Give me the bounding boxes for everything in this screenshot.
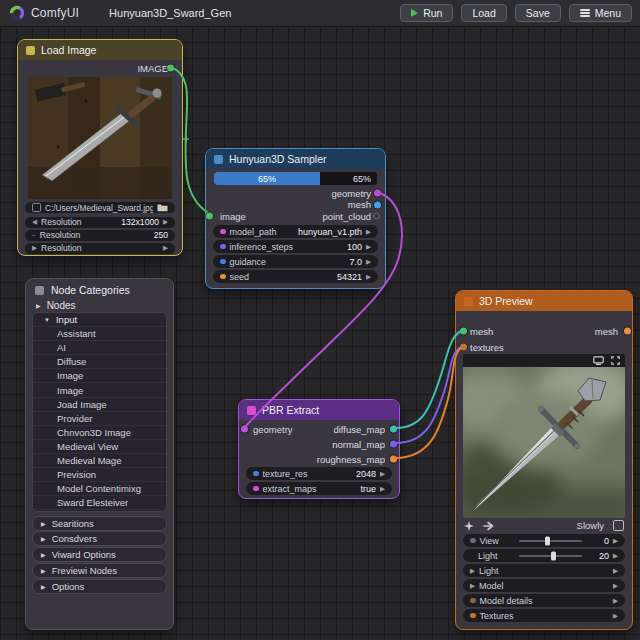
view-slider-widget[interactable]: View 0 ▶	[463, 534, 625, 547]
save-button[interactable]: Save	[515, 4, 561, 22]
fullscreen-icon[interactable]	[611, 356, 620, 365]
port-point-cloud-output[interactable]	[373, 213, 380, 220]
category-item[interactable]: Medieval View	[33, 440, 166, 454]
viewport-controls: Slowly	[464, 519, 624, 532]
category-collapsed[interactable]: ▶Viward Options	[32, 547, 167, 562]
run-button[interactable]: Run	[400, 4, 453, 22]
image-path-widget[interactable]: C:/Users/Medieval_Sward.jpg	[25, 202, 175, 213]
section-model-details[interactable]: Model details ▶	[463, 594, 625, 607]
chevron-right-icon: ▶	[613, 597, 618, 605]
output-roughness-map: roughness_map	[317, 453, 385, 465]
hamburger-icon	[580, 9, 590, 17]
category-item[interactable]: Diffuse	[33, 355, 166, 369]
file-type-icon	[32, 203, 41, 212]
spinner-arrow-icon[interactable]: ▶	[380, 470, 385, 478]
node-load-image[interactable]: Load Image IMAGE	[17, 39, 183, 256]
load-button[interactable]: Load	[461, 4, 506, 22]
chevron-right-icon: ▶	[41, 551, 46, 558]
guidance-widget[interactable]: guidance 7.0 ▶	[213, 255, 378, 268]
port-mesh-output[interactable]	[624, 328, 631, 335]
spinner-arrow-icon[interactable]: ▶	[613, 537, 618, 545]
node-pbr-header[interactable]: PBR Extract	[239, 400, 399, 420]
inference-steps-widget[interactable]: inference_steps 100 ▶	[213, 240, 378, 253]
chevron-right-icon: ▶	[470, 567, 475, 575]
increment-icon[interactable]: ▶	[163, 218, 168, 226]
section-model[interactable]: ▶ Model ▶	[463, 579, 625, 592]
rendered-sword-3d[interactable]	[463, 367, 625, 518]
chevron-right-icon: ▶	[41, 567, 46, 574]
tree-group-input[interactable]: ▼ Input	[33, 313, 166, 327]
window-icon[interactable]	[593, 356, 604, 365]
view-slider-handle[interactable]	[545, 536, 550, 545]
spinner-arrow-icon[interactable]: ▶	[366, 273, 371, 281]
resolution-widget-1[interactable]: ◀ Resolution 132x1000 ▶	[25, 217, 175, 228]
viewport-3d[interactable]	[463, 354, 625, 518]
category-item[interactable]: Joad Image	[33, 398, 166, 412]
folder-icon[interactable]	[157, 203, 168, 212]
decrement-icon[interactable]: ◀	[32, 218, 37, 226]
category-item[interactable]: Prevision	[33, 468, 166, 482]
model-path-widget[interactable]: model_path hunyuan_v1.pth ▶	[213, 225, 378, 238]
node-load-image-header[interactable]: Load Image	[18, 40, 182, 60]
category-collapsed[interactable]: ▶Consdvers	[32, 531, 167, 546]
spinner-arrow-icon[interactable]: ▶	[366, 228, 371, 236]
param-dot-icon	[253, 471, 259, 477]
tree-root-nodes[interactable]: ▶ Nodes	[36, 298, 163, 312]
section-textures[interactable]: Textures ▶	[463, 609, 625, 622]
progress-fill: 65%	[214, 172, 320, 185]
extract-maps-widget[interactable]: extract_maps true ▶	[246, 482, 392, 495]
chevron-right-icon: ▶	[613, 582, 618, 590]
light-slider-handle[interactable]	[551, 551, 556, 560]
app-logo[interactable]: ComfyUI	[0, 5, 79, 21]
category-item[interactable]: Chnvon3D Image	[33, 426, 166, 440]
category-collapsed[interactable]: ▶Options	[32, 579, 167, 594]
resolution-widget-2[interactable]: − Resolution 250	[25, 230, 175, 241]
expand-icon[interactable]: ▶	[32, 244, 37, 252]
light-slider-widget[interactable]: Light 20 ▶	[463, 549, 625, 562]
decrement-icon[interactable]: −	[32, 232, 36, 239]
category-collapsed[interactable]: ▶Freviewi Nodes	[32, 563, 167, 578]
loaded-image-thumbnail[interactable]	[28, 77, 172, 199]
node-categories-panel[interactable]: Node Categories ▶ Nodes ▼ Input Assistan…	[25, 278, 174, 630]
category-item[interactable]: Sward Elesteiver	[33, 496, 166, 510]
output-geometry: geometry	[331, 187, 371, 199]
category-item[interactable]: Provider	[33, 412, 166, 426]
spinner-arrow-icon[interactable]: ▶	[380, 485, 385, 493]
spinner-arrow-icon[interactable]: ▶	[613, 552, 618, 560]
category-item[interactable]: AI	[33, 341, 166, 355]
seed-widget[interactable]: seed 54321 ▶	[213, 270, 378, 283]
node-sampler-header[interactable]: Hunyuan3D Sampler	[206, 149, 385, 169]
port-image-input[interactable]	[206, 213, 213, 220]
category-item[interactable]: Image	[33, 383, 166, 397]
spinner-arrow-icon[interactable]: ▶	[366, 258, 371, 266]
arrow-pointer-icon[interactable]	[483, 521, 494, 531]
menu-button[interactable]: Menu	[569, 4, 632, 22]
slowly-label: Slowly	[577, 520, 604, 531]
node-hunyuan3d-sampler[interactable]: Hunyuan3D Sampler 65% 65% geometry mesh …	[205, 148, 386, 289]
port-mesh-output[interactable]	[374, 201, 381, 208]
input-textures: textures	[470, 341, 504, 353]
resolution-widget-3[interactable]: ▶ Resolution ▶	[25, 243, 175, 254]
texture-res-widget[interactable]: texture_res 2048 ▶	[246, 467, 392, 480]
node-preview-header[interactable]: 3D Preview	[456, 291, 632, 311]
node-3d-preview[interactable]: 3D Preview mesh mesh textures	[455, 290, 633, 630]
increment-icon[interactable]: ▶	[163, 244, 168, 252]
slowly-checkbox[interactable]	[613, 520, 624, 531]
node-title: Hunyuan3D Sampler	[229, 153, 326, 165]
category-item[interactable]: Medieval Mage	[33, 454, 166, 468]
node-pbr-extract[interactable]: PBR Extract geometry diffuse_map normal_…	[238, 399, 400, 499]
param-dot-icon	[253, 486, 259, 492]
spinner-arrow-icon[interactable]: ▶	[366, 243, 371, 251]
category-item[interactable]: Image	[33, 369, 166, 383]
category-item[interactable]: Assistant	[33, 327, 166, 341]
category-collapsed[interactable]: ▶Searitions	[32, 516, 167, 531]
star-pointer-icon[interactable]	[464, 521, 474, 531]
view-slider-track[interactable]	[519, 540, 582, 542]
section-light[interactable]: ▶ Light ▶	[463, 564, 625, 577]
category-item[interactable]: Model Contentimixg	[33, 482, 166, 496]
chevron-right-icon: ▶	[470, 582, 475, 590]
node-title: Load Image	[41, 44, 96, 56]
output-normal-map: normal_map	[332, 438, 385, 450]
chevron-right-icon: ▶	[613, 612, 618, 620]
param-dot-icon	[470, 613, 476, 619]
